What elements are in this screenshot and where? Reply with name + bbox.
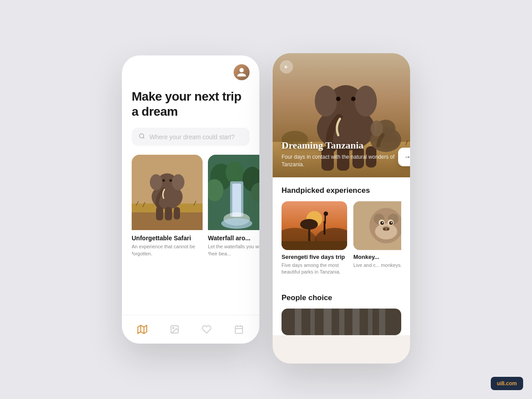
svg-rect-85 (324, 309, 332, 335)
next-button[interactable]: → (398, 148, 410, 166)
right-body: Handpicked experiences (273, 177, 410, 293)
svg-point-19 (226, 161, 243, 184)
experiences-row: Serengeti five days trip Five days among… (282, 201, 401, 276)
svg-rect-87 (352, 309, 360, 335)
svg-rect-65 (325, 215, 326, 223)
nav-favorites[interactable] (202, 325, 211, 334)
svg-rect-88 (368, 309, 372, 335)
phone-right: Dreaming Tanzania Four days in contact w… (273, 53, 410, 364)
svg-point-63 (300, 219, 318, 230)
safari-image (132, 155, 203, 230)
serengeti-title: Serengeti five days trip (282, 254, 347, 260)
waterfall-card-info: Waterfall aro... Let the waterfalls you … (208, 230, 259, 259)
monkey-image (353, 201, 401, 250)
svg-rect-16 (174, 207, 180, 219)
hero-subtitle: Four days in contact with the natural wo… (282, 153, 401, 168)
watermark-suffix: 8.com (501, 380, 517, 387)
svg-rect-14 (156, 207, 163, 220)
right-hero: Dreaming Tanzania Four days in contact w… (273, 53, 410, 177)
serengeti-card[interactable]: Serengeti five days trip Five days among… (282, 201, 347, 276)
svg-rect-84 (310, 309, 315, 335)
nav-map[interactable] (137, 325, 147, 334)
search-icon (139, 133, 145, 141)
svg-marker-27 (138, 325, 147, 333)
svg-rect-83 (295, 309, 301, 335)
left-header (122, 55, 259, 85)
waterfall-image (208, 155, 259, 230)
svg-rect-22 (232, 184, 241, 217)
experiences-section-title: Handpicked experiences (282, 186, 401, 195)
svg-point-10 (150, 174, 162, 190)
svg-rect-32 (235, 326, 243, 334)
watermark: ui8.com (491, 377, 523, 390)
serengeti-image (282, 201, 347, 250)
svg-point-46 (315, 86, 337, 117)
hero-text-overlay: Dreaming Tanzania Four days in contact w… (282, 140, 401, 168)
svg-rect-86 (339, 309, 344, 335)
safari-card-title: Unforgettable Safari (132, 235, 203, 242)
svg-rect-89 (379, 309, 385, 335)
people-section: People choice (273, 293, 410, 335)
safari-card-info: Unforgettable Safari An experience that … (132, 230, 203, 259)
svg-point-26 (221, 218, 252, 229)
svg-line-1 (143, 137, 145, 139)
svg-rect-67 (282, 241, 347, 250)
hero-title: Make your next trip a dream (122, 85, 259, 128)
svg-point-48 (336, 97, 340, 101)
svg-point-12 (162, 179, 165, 182)
svg-point-49 (351, 97, 356, 101)
waterfall-card[interactable]: Waterfall aro... Let the waterfalls you … (208, 155, 259, 259)
people-section-title: People choice (282, 293, 401, 302)
monkey-card[interactable]: Monkey... Live and c... monkeys... (353, 201, 401, 276)
svg-rect-15 (165, 207, 172, 220)
watermark-prefix: ui (497, 380, 502, 387)
waterfall-card-title: Waterfall aro... (208, 235, 259, 242)
waterfall-card-desc: Let the waterfalls you with their bea... (208, 243, 259, 257)
phone-left: Make your next trip a dream Where your d… (122, 55, 259, 344)
monkey-desc: Live and c... monkeys... (353, 262, 401, 269)
svg-point-47 (355, 86, 377, 117)
svg-point-80 (383, 228, 386, 231)
hero-destination: Dreaming Tanzania (282, 140, 401, 151)
nav-photos[interactable] (170, 325, 180, 334)
phones-container: Make your next trip a dream Where your d… (122, 35, 410, 364)
safari-card[interactable]: Unforgettable Safari An experience that … (132, 155, 203, 259)
svg-point-77 (382, 222, 383, 223)
svg-point-31 (172, 327, 174, 329)
serengeti-desc: Five days among the most beautiful parks… (282, 262, 347, 276)
nav-calendar[interactable] (234, 325, 244, 334)
svg-point-81 (387, 228, 389, 231)
svg-point-70 (375, 223, 397, 239)
svg-point-13 (169, 179, 172, 182)
avatar[interactable] (234, 64, 250, 80)
svg-point-0 (140, 134, 144, 138)
svg-point-11 (172, 174, 184, 190)
bottom-nav (122, 315, 259, 344)
back-button[interactable] (280, 60, 293, 74)
search-bar[interactable]: Where your dream could start? (132, 128, 250, 146)
svg-point-78 (391, 222, 392, 223)
svg-point-66 (324, 211, 328, 216)
search-placeholder: Where your dream could start? (149, 133, 235, 141)
zebra-preview (282, 309, 401, 335)
user-icon (236, 67, 247, 78)
monkey-title: Monkey... (353, 254, 401, 260)
cards-row: Unforgettable Safari An experience that … (122, 155, 259, 259)
safari-card-desc: An experience that cannot be forgotten. (132, 243, 203, 257)
